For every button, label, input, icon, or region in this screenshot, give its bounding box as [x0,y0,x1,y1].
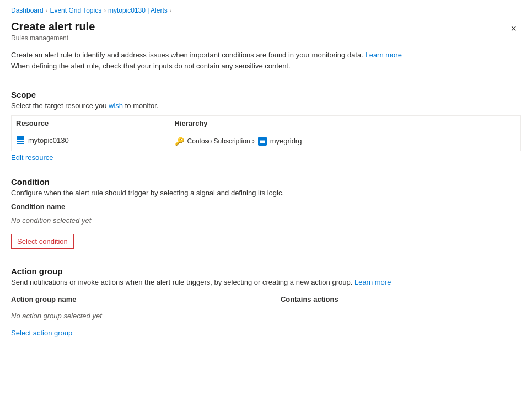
resource-icon-wrapper: mytopic0130 [16,136,69,145]
breadcrumb-chevron-3: › [170,7,172,14]
scope-table-row: mytopic0130 🔑 Contoso Subscription › [12,131,520,151]
action-col-contains: Contains actions [281,292,521,307]
info-text2: When defining the alert rule, check that… [11,62,291,70]
select-action-group-link[interactable]: Select action group [11,329,521,337]
subscription-label: Contoso Subscription › [187,137,255,145]
scope-description: Select the target resource you wish to m… [11,102,521,110]
svg-rect-7 [260,142,265,143]
resource-group-name: myegridrg [270,137,302,145]
action-group-table-row: No action group selected yet [11,307,521,325]
scope-resource-cell: mytopic0130 [12,131,170,151]
breadcrumb: Dashboard › Event Grid Topics › mytopic0… [0,0,532,18]
scope-col-hierarchy: Hierarchy [170,116,520,131]
action-group-description: Send notifications or invoke actions whe… [11,278,521,286]
scope-desc-before: Select the target resource you [11,102,109,110]
resource-name: mytopic0130 [28,136,69,145]
select-condition-button[interactable]: Select condition [11,234,74,249]
subscription-name: Contoso Subscription [187,137,250,145]
condition-title: Condition [11,177,521,186]
no-action-text: No action group selected yet [11,307,521,325]
condition-section: Condition Configure when the alert rule … [11,177,521,249]
close-button[interactable]: × [506,21,521,37]
condition-description: Configure when the alert rule should tri… [11,189,521,197]
action-col-name: Action group name [11,292,281,307]
scope-title: Scope [11,90,521,99]
scope-hierarchy-cell: 🔑 Contoso Subscription › [170,131,520,151]
resource-group-icon [258,137,267,146]
page-subtitle: Rules management [11,34,95,42]
scope-col-resource: Resource [12,116,170,131]
breadcrumb-dashboard[interactable]: Dashboard [11,7,44,14]
edit-resource-link[interactable]: Edit resource [11,153,521,162]
scope-desc-after: to monitor. [123,102,158,110]
svg-rect-3 [17,143,24,144]
svg-rect-2 [17,141,24,142]
hierarchy-content: 🔑 Contoso Subscription › [175,137,516,146]
svg-rect-6 [260,141,265,142]
learn-more-link-1[interactable]: Learn more [365,51,401,59]
subscription-chevron: › [252,137,255,145]
action-desc-before: Send notifications or invoke actions whe… [11,278,354,286]
scope-table: Resource Hierarchy [12,116,520,151]
svg-rect-0 [17,136,24,138]
subscription-key-icon: 🔑 [175,137,184,146]
page-title: Create alert rule [11,20,95,33]
breadcrumb-chevron-2: › [104,7,106,14]
action-group-section: Action group Send notifications or invok… [11,266,521,337]
no-condition-text: No condition selected yet [11,213,521,228]
action-group-title: Action group [11,266,521,276]
svg-rect-5 [260,140,265,141]
scope-table-wrapper: Resource Hierarchy [11,115,521,151]
info-box: Create an alert rule to identify and add… [11,43,521,80]
breadcrumb-event-grid[interactable]: Event Grid Topics [50,7,101,14]
header-row: Create alert rule Rules management × [0,18,532,43]
learn-more-link-2[interactable]: Learn more [354,278,391,286]
header-text: Create alert rule Rules management [11,20,95,42]
info-text-before: Create an alert rule to identify and add… [11,51,365,59]
action-group-table: Action group name Contains actions No ac… [11,292,521,324]
svg-rect-1 [17,138,24,140]
breadcrumb-chevron-1: › [46,7,48,14]
breadcrumb-alerts[interactable]: mytopic0130 | Alerts [108,7,168,14]
condition-name-label: Condition name [11,202,521,211]
scope-wish-link[interactable]: wish [109,102,123,110]
page-container: Dashboard › Event Grid Topics › mytopic0… [0,0,532,395]
scope-section: Scope Select the target resource you wis… [11,90,521,162]
scrollable-content[interactable]: Create an alert rule to identify and add… [0,43,532,395]
resource-icon [16,136,25,145]
